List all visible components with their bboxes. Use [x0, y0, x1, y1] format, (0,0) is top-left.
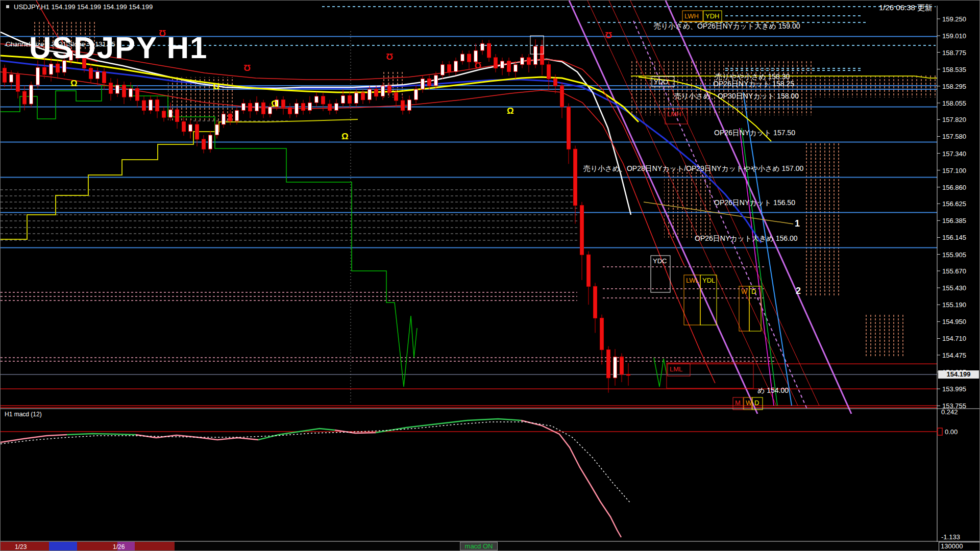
axis-tick-label: 155.905 [942, 251, 966, 259]
level-box-label: W [746, 399, 752, 407]
candlestick [474, 51, 478, 62]
candlestick [43, 67, 46, 74]
candlestick [335, 104, 338, 111]
axis-tick-label: 158.535 [942, 66, 966, 73]
axis-tick-label: 153.995 [942, 385, 966, 393]
candlestick [242, 104, 246, 111]
candlestick [36, 67, 40, 85]
candlestick [395, 93, 398, 101]
candlestick [215, 124, 219, 135]
axis-tick-label: 157.580 [942, 133, 966, 140]
buy-signal-icon: Ω [507, 106, 514, 116]
channel-info-label: Channel size = 3021 Slope = -131.85 [6, 40, 115, 48]
macd-line [521, 420, 621, 537]
macd-on-button[interactable]: macd ON [460, 542, 498, 550]
current-price-box: 154.199 [938, 370, 979, 379]
axis-tick-label: 157.100 [942, 167, 966, 174]
buy-signal-icon: Ω [70, 79, 78, 88]
sell-signal-icon: Ω [474, 60, 481, 70]
candlestick [30, 85, 33, 104]
candlestick [308, 103, 312, 110]
level-box-label: M [735, 399, 741, 407]
candlestick [494, 58, 498, 68]
macd-min-label: -1.133 [941, 533, 960, 541]
axis-tick-label: 159.250 [942, 15, 966, 23]
chart-canvas[interactable]: LWHYDHYDOLMHYDCLWLYDLWDLMLMWD 売り小さめ、OP26… [1, 1, 980, 551]
candlestick [202, 139, 206, 149]
candlestick [288, 108, 292, 114]
level-box-label: D [751, 288, 756, 295]
cloud-region [804, 143, 840, 296]
order-annotation: め 154.00 [757, 386, 789, 394]
candlestick [375, 89, 378, 96]
candlestick [189, 124, 192, 132]
level-box-label: YDC [653, 257, 667, 265]
candlestick [541, 46, 544, 65]
candlestick [169, 110, 173, 117]
level-box-label: LMH [667, 110, 681, 118]
green-chikou [1, 86, 417, 387]
candlestick [554, 79, 557, 86]
macd-indicator [1, 409, 980, 541]
candlestick [302, 104, 305, 111]
candlestick [527, 58, 531, 65]
candlestick [461, 54, 464, 61]
date-label-1-26: 1/26 [113, 543, 125, 550]
candlestick [607, 350, 610, 378]
candlestick [448, 65, 451, 72]
candlestick [103, 71, 106, 83]
order-annotation: OP26日NYカット大きめ 156.00 [695, 234, 798, 242]
candlestick [23, 91, 27, 104]
axis-tick-label: 156.860 [942, 184, 966, 191]
level-box-label: LWL [686, 277, 699, 284]
volume-scale-box: 130000 [939, 542, 980, 551]
level-box-label: YDO [654, 78, 668, 86]
axis-tick-label: 157.820 [942, 116, 966, 123]
axis-tick-label: 156.625 [942, 200, 966, 208]
axis-tick-label: 156.385 [942, 217, 966, 224]
axis-tick-label: 159.010 [942, 32, 966, 40]
candlestick [434, 75, 438, 86]
candlestick [487, 43, 491, 58]
candlestick [142, 101, 146, 110]
axis-tick-label: 158.775 [942, 49, 966, 57]
candlestick [507, 61, 511, 72]
macd-panel-label: H1 macd (12) [5, 411, 42, 418]
candlestick [361, 93, 365, 100]
price-axis[interactable]: 159.250159.010158.775158.535158.295158.0… [937, 6, 966, 551]
chart-window: LWHYDHYDOLMHYDCLWLYDLWDLMLMWD 売り小さめ、OP26… [0, 0, 980, 551]
order-annotation: OP26日NYカット 157.50 [714, 129, 795, 137]
candlestick [580, 206, 584, 255]
axis-tick-label: 154.710 [942, 335, 966, 342]
yellow-senkou-left [1, 119, 358, 239]
candlestick [368, 89, 372, 100]
level-box-label: LWH [684, 12, 699, 20]
session-segment [49, 542, 77, 550]
order-annotation: OP26日NYカット 158.25 [713, 80, 794, 88]
axis-tick-label: 155.430 [942, 284, 966, 292]
candlestick [567, 107, 571, 149]
date-label-1-23: 1/23 [15, 543, 27, 550]
candlestick [195, 124, 199, 139]
candlestick [388, 86, 391, 93]
candlestick [355, 93, 358, 104]
candlestick [50, 64, 53, 74]
candlestick [229, 114, 232, 121]
candlestick [322, 96, 325, 104]
candlestick [156, 100, 159, 111]
macd-zero-label: 0.00 [945, 428, 958, 436]
order-annotation: 売り小さめ、OP26日NYカット大きめ 159.00 [654, 22, 800, 30]
axis-tick-label: 157.340 [942, 150, 966, 158]
candlestick [481, 43, 484, 51]
candlestick [441, 65, 445, 76]
candlestick [129, 89, 133, 97]
candlestick [295, 104, 299, 114]
session-segment [77, 542, 117, 550]
buy-signal-icon: Ω [271, 99, 278, 109]
level-box-label: YDL [702, 277, 715, 284]
candlestick [10, 74, 13, 82]
macd-line [67, 434, 136, 435]
candlestick [627, 374, 630, 375]
axis-tick-label: 155.670 [942, 267, 966, 275]
candlestick [348, 95, 352, 103]
